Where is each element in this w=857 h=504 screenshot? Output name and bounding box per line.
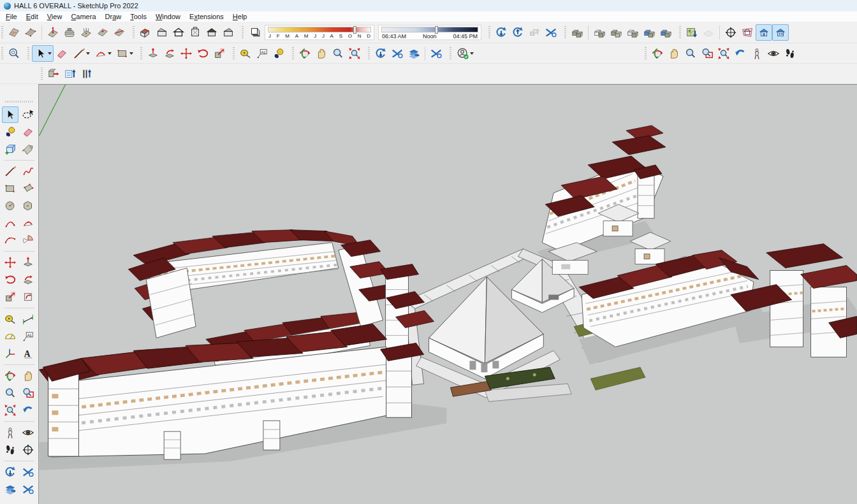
text-button[interactable]: A1: [254, 45, 270, 62]
palette-extension-tools-button-2[interactable]: [20, 481, 36, 498]
toolbar-grip[interactable]: [233, 47, 235, 60]
menu-window[interactable]: Window: [151, 12, 185, 21]
upload-components-button[interactable]: [526, 24, 543, 41]
palette-zoom-window-button[interactable]: [20, 385, 36, 401]
select-button[interactable]: [32, 45, 54, 62]
palette-orbit-button[interactable]: [2, 368, 18, 384]
dropdown-caret-icon[interactable]: [86, 52, 90, 55]
toggle-terrain-button[interactable]: [700, 24, 717, 41]
drape-button[interactable]: [78, 24, 94, 41]
smoove-button[interactable]: [45, 24, 61, 41]
iso-view-button[interactable]: [137, 24, 154, 41]
palette-protractor-button[interactable]: [2, 328, 18, 345]
palette-2pt-arc-button[interactable]: [20, 215, 36, 231]
palette-scale-button[interactable]: [2, 289, 18, 305]
model-viewport[interactable]: [38, 84, 857, 504]
extension-layers-button[interactable]: [406, 45, 422, 62]
menu-view[interactable]: View: [43, 12, 67, 21]
follow-me-button[interactable]: [161, 45, 178, 62]
toolbar-grip[interactable]: [242, 26, 244, 39]
flip-edge-button[interactable]: [111, 24, 128, 41]
toolbar-grip[interactable]: [133, 26, 135, 39]
palette-tape-measure-button[interactable]: [2, 311, 18, 328]
camera-orbit-button[interactable]: [649, 45, 666, 62]
toolbar-grip[interactable]: [488, 26, 490, 39]
menu-help[interactable]: Help: [228, 12, 252, 21]
match-photo-button[interactable]: [739, 24, 756, 41]
camera-zoom-button[interactable]: [682, 45, 699, 62]
sandbox-from-scratch-button[interactable]: [22, 24, 39, 41]
solid-trim-button[interactable]: [641, 24, 657, 41]
connect-settings-button[interactable]: [543, 24, 559, 41]
zoom-extents-button[interactable]: [346, 45, 363, 62]
palette-previous-view-button[interactable]: [20, 402, 36, 419]
extension-list-up-button[interactable]: [62, 66, 78, 82]
add-location-button[interactable]: [684, 24, 700, 41]
back-view-button[interactable]: [203, 24, 220, 41]
palette-zoom-button[interactable]: [2, 385, 18, 401]
toolbar-grip[interactable]: [1, 47, 3, 60]
palette-look-around-button[interactable]: [20, 424, 36, 441]
shadow-date-slider[interactable]: JFMAMJJASOND: [265, 25, 374, 40]
arc-button[interactable]: [92, 45, 114, 62]
palette-rotated-rectangle-button[interactable]: [20, 180, 36, 197]
palette-rotate-button[interactable]: [2, 271, 18, 288]
palette-polygon-button[interactable]: [20, 198, 36, 214]
toolbar-grip[interactable]: [41, 68, 43, 80]
palette-rectangle-button[interactable]: [2, 180, 18, 197]
extension-tools-button-1[interactable]: [389, 45, 406, 62]
menu-edit[interactable]: Edit: [22, 12, 43, 21]
walk-button[interactable]: [782, 45, 798, 62]
toolbar-grip[interactable]: [292, 47, 294, 60]
camera-zoom-extents-button[interactable]: [715, 45, 732, 62]
toggle-shadows-button[interactable]: [246, 24, 263, 41]
palette-freehand-button[interactable]: [20, 163, 36, 180]
push-pull-button[interactable]: [145, 45, 161, 62]
palette-navigation-button[interactable]: [20, 442, 36, 458]
palette-extension-sync-button[interactable]: [2, 464, 18, 480]
palette-move-button[interactable]: [2, 254, 18, 271]
rotate-button[interactable]: [194, 45, 211, 62]
zoom-selection-button[interactable]: [6, 45, 22, 62]
eraser-button[interactable]: [54, 45, 70, 62]
trimble-connect-download-button[interactable]: [493, 24, 509, 41]
rectangle-button[interactable]: [114, 45, 135, 62]
menu-file[interactable]: File: [1, 12, 22, 21]
palette-tag-button[interactable]: [20, 141, 36, 157]
zoom-button[interactable]: [330, 45, 346, 62]
palette-grip[interactable]: [5, 101, 33, 103]
account-button[interactable]: [454, 45, 476, 62]
palette-pan-button[interactable]: [20, 368, 36, 384]
palette-dimension-button[interactable]: [20, 311, 36, 328]
front-view-button[interactable]: [170, 24, 187, 41]
palette-follow-me-button[interactable]: [20, 271, 36, 288]
pan-button[interactable]: [313, 45, 330, 62]
menu-draw[interactable]: Draw: [101, 12, 126, 21]
palette-axes-button[interactable]: [2, 345, 18, 362]
dropdown-caret-icon[interactable]: [48, 52, 52, 55]
palette-eraser-button[interactable]: [20, 124, 36, 140]
solid-union-button[interactable]: [608, 24, 624, 41]
toolbar-grip[interactable]: [450, 47, 451, 60]
palette-select-button[interactable]: [2, 106, 18, 123]
palette-line-button[interactable]: [2, 163, 18, 180]
menu-tools[interactable]: Tools: [126, 12, 151, 21]
geo-model-button-2[interactable]: [772, 24, 789, 41]
toolbar-grip[interactable]: [140, 47, 142, 60]
toolbar-grip[interactable]: [564, 26, 566, 39]
line-button[interactable]: [70, 45, 92, 62]
toolbar-grip[interactable]: [645, 47, 647, 60]
solid-split-button[interactable]: [657, 24, 674, 41]
previous-view-button[interactable]: [732, 45, 749, 62]
extension-export-button[interactable]: [45, 66, 62, 82]
toolbar-grip[interactable]: [368, 47, 370, 60]
model-canvas[interactable]: [39, 85, 857, 504]
palette-extension-tools-button-1[interactable]: [20, 464, 36, 480]
dropdown-caret-icon[interactable]: [108, 52, 112, 55]
solid-subtract-button[interactable]: [624, 24, 641, 41]
sandbox-from-contours-button[interactable]: [6, 24, 22, 41]
palette-push-pull-button[interactable]: [20, 254, 36, 271]
look-around-button[interactable]: [765, 45, 782, 62]
palette-circle-button[interactable]: [2, 198, 18, 214]
toolbar-grip[interactable]: [679, 26, 681, 39]
